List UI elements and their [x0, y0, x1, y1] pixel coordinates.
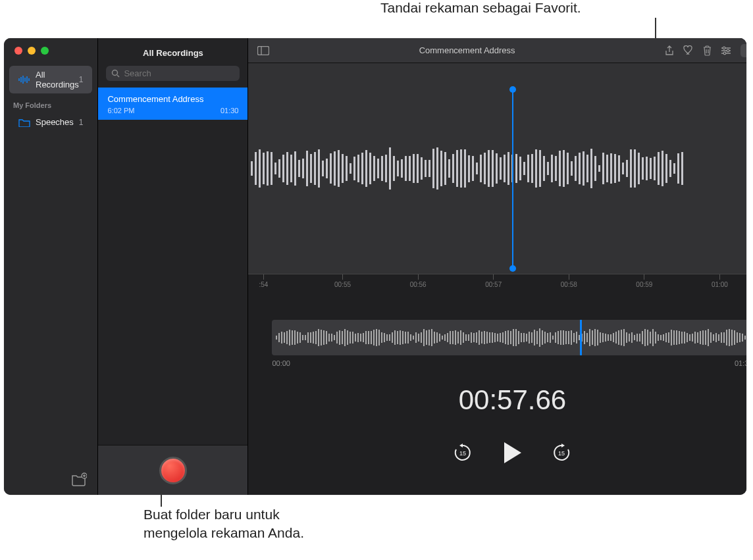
minimap[interactable] [272, 320, 746, 355]
sidebar-item-speeches[interactable]: Speeches 1 [9, 113, 92, 131]
playhead[interactable] [512, 89, 513, 268]
toolbar-title: Commencement Address [278, 45, 655, 55]
delete-button[interactable] [703, 45, 712, 56]
search-field[interactable] [106, 66, 240, 81]
edit-button[interactable]: Edit [740, 44, 746, 57]
svg-line-10 [117, 75, 119, 77]
callout-line [161, 491, 162, 507]
play-button[interactable] [502, 441, 523, 467]
waveform-bars [248, 122, 746, 215]
record-bar [98, 445, 247, 495]
svg-point-17 [727, 49, 729, 52]
search-icon [111, 69, 120, 78]
minimap-playhead[interactable] [580, 320, 582, 355]
recording-name: Commencement Address [107, 94, 238, 104]
sidebar-item-label: All Recordings [36, 70, 79, 89]
waveform-icon [18, 75, 30, 84]
folder-icon [18, 118, 30, 127]
callout-favorite: Tandai rekaman sebagai Favorit. [375, 0, 704, 16]
svg-text:15: 15 [459, 450, 466, 457]
recordings-list-panel: All Recordings Commencement Address 6:02… [98, 38, 248, 495]
recording-duration: 01:30 [221, 107, 239, 115]
share-button[interactable] [665, 45, 674, 56]
skip-back-15-button[interactable]: 15 [453, 443, 473, 465]
record-button[interactable] [159, 457, 187, 484]
recording-item[interactable]: Commencement Address 6:02 PM 01:30 [98, 88, 247, 120]
recording-time: 6:02 PM [107, 107, 134, 115]
new-folder-button[interactable] [71, 472, 87, 487]
callout-new-folder: Buat folder baru untukmengelola rekaman … [143, 505, 304, 543]
svg-text:15: 15 [558, 450, 565, 457]
main-panel: Commencement Address Edit :5400:5500:560… [248, 38, 746, 495]
time-display: 00:57.66 [248, 384, 746, 416]
list-title: All Recordings [98, 38, 247, 66]
toolbar: Commencement Address Edit [248, 38, 746, 63]
minimize-button[interactable] [28, 47, 36, 55]
options-button[interactable] [721, 46, 731, 55]
favorite-button[interactable] [683, 45, 694, 55]
minimap-start: 00:00 [272, 359, 290, 367]
minimap-end: 01:30 [735, 359, 746, 367]
search-input[interactable] [124, 68, 234, 78]
sidebar-item-all-recordings[interactable]: All Recordings 1 [9, 66, 92, 93]
maximize-button[interactable] [41, 47, 49, 55]
playback-controls: 15 15 [248, 441, 746, 467]
toggle-sidebar-button[interactable] [257, 46, 269, 55]
close-button[interactable] [14, 47, 22, 55]
svg-point-16 [723, 47, 725, 49]
window-controls [14, 47, 49, 55]
sidebar-item-count: 1 [79, 118, 84, 127]
app-window: All Recordings 1 My Folders Speeches 1 A… [4, 38, 746, 495]
sidebar-section-header: My Folders [4, 95, 97, 112]
waveform-main[interactable] [248, 63, 746, 274]
skip-forward-15-button[interactable]: 15 [552, 443, 571, 465]
sidebar-item-count: 1 [79, 75, 84, 84]
svg-point-18 [723, 52, 726, 55]
svg-rect-11 [258, 46, 269, 55]
callout-line [655, 18, 656, 41]
svg-point-9 [113, 70, 118, 76]
sidebar-item-label: Speeches [36, 117, 79, 127]
sidebar: All Recordings 1 My Folders Speeches 1 [4, 38, 98, 495]
time-ruler: :5400:5500:5600:5700:5800:5901:00 [248, 274, 746, 296]
